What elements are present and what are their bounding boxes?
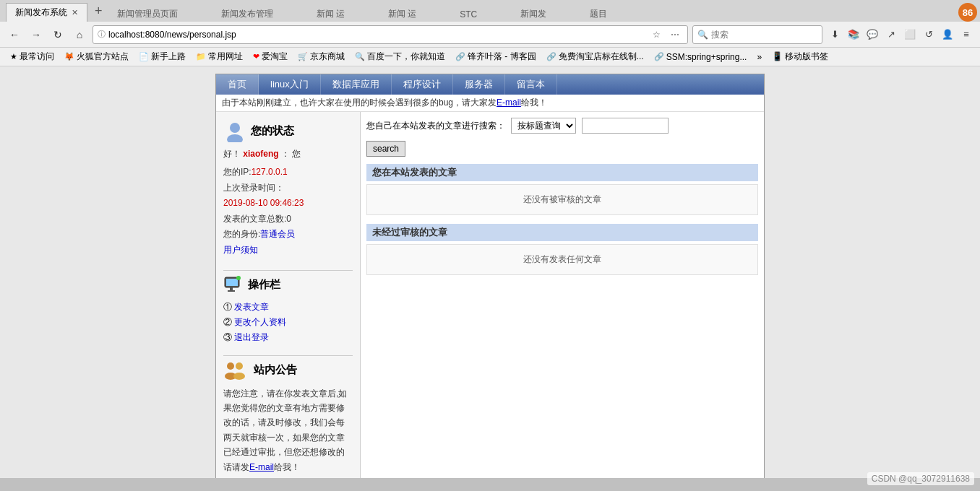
article-count: 发表的文章总数:0 bbox=[223, 212, 353, 227]
svg-point-6 bbox=[236, 276, 241, 280]
nav-bar: 首页 linux入门 数据库应用 程序设计 服务器 留言本 bbox=[216, 74, 764, 95]
articles-section-pending: 未经过审核的文章 还没有发表任何文章 bbox=[366, 224, 758, 275]
svg-rect-3 bbox=[226, 279, 238, 286]
search-icon: 🔍 bbox=[697, 30, 708, 40]
library-button[interactable]: 📚 bbox=[846, 27, 861, 43]
edit-profile-link[interactable]: 更改个人资料 bbox=[234, 317, 286, 327]
svg-point-10 bbox=[233, 373, 245, 380]
user-info: 您的IP:127.0.0.1 上次登录时间： 2019-08-10 09:46:… bbox=[223, 165, 353, 258]
download-button[interactable]: ⬇ bbox=[827, 27, 843, 43]
announce-icon bbox=[223, 360, 249, 381]
frequent-icon: ★ bbox=[10, 52, 17, 61]
svg-point-1 bbox=[227, 134, 243, 142]
close-tab-button[interactable]: ✕ bbox=[72, 8, 78, 17]
bookmark-list-button[interactable]: ⋯ bbox=[667, 27, 683, 43]
ops-section: 操作栏 ① 发表文章 ② 更改个人资料 ③ 退出登录 bbox=[223, 275, 353, 344]
nav-programming[interactable]: 程序设计 bbox=[392, 74, 453, 95]
search-dropdown: 按标题查询 bbox=[511, 118, 576, 134]
nav-home[interactable]: 首页 bbox=[216, 74, 259, 95]
blog-icon: 🔗 bbox=[455, 52, 465, 61]
bookmark-mobile[interactable]: 📱 移动版书签 bbox=[768, 49, 833, 64]
home-button[interactable]: ⌂ bbox=[71, 26, 88, 43]
bookmark-frequent[interactable]: ★ 最常访问 bbox=[6, 49, 59, 64]
back-button[interactable]: ← bbox=[6, 26, 23, 43]
menu-button[interactable]: ≡ bbox=[958, 27, 974, 43]
bookmark-blog[interactable]: 🔗 锋齐叶落 - 博客园 bbox=[451, 49, 541, 64]
account-button[interactable]: 👤 bbox=[940, 27, 955, 43]
bookmark-common[interactable]: 📁 常用网址 bbox=[192, 49, 247, 64]
left-sidebar: 您的状态 好！ xiaofeng ： 您 您的IP:127.0.0.1 上次登录… bbox=[216, 112, 361, 478]
articles-empty-reviewed: 还没有被审核的文章 bbox=[366, 184, 758, 215]
bookmark-baidu[interactable]: 🔍 百度一下，你就知道 bbox=[351, 49, 450, 64]
svg-rect-5 bbox=[228, 290, 235, 292]
bookmark-newbie[interactable]: 📄 新手上路 bbox=[134, 49, 190, 64]
website-container: 首页 linux入门 数据库应用 程序设计 服务器 留言本 由于本站刚刚建立，也… bbox=[215, 74, 765, 478]
chat-button[interactable]: 💬 bbox=[864, 27, 880, 43]
share-button[interactable]: ↗ bbox=[883, 27, 899, 43]
user-ip: 您的IP:127.0.0.1 bbox=[223, 165, 353, 181]
new-tab-button[interactable]: + bbox=[87, 1, 110, 22]
bookmark-jd[interactable]: 🛒 京东商城 bbox=[293, 49, 349, 64]
screen-button[interactable]: ⬜ bbox=[902, 27, 918, 43]
sync-button[interactable]: ↺ bbox=[921, 27, 937, 43]
bookmark-star-button[interactable]: ☆ bbox=[648, 27, 664, 43]
reload-button[interactable]: ↻ bbox=[49, 26, 66, 43]
svg-point-9 bbox=[236, 362, 243, 370]
avatar-button[interactable]: 86 bbox=[958, 3, 977, 22]
active-tab[interactable]: 新闻发布系统 ✕ bbox=[6, 3, 87, 22]
ops-title: 操作栏 bbox=[223, 275, 353, 295]
divider2 bbox=[223, 355, 353, 356]
marquee-area: 由于本站刚刚建立，也许大家在使用的时候会遇到很多的bug，请大家发E-mail给… bbox=[216, 95, 764, 112]
search-section: 您自己在本站发表的文章进行搜索： 按标题查询 bbox=[366, 118, 758, 134]
divider1 bbox=[223, 270, 353, 271]
marquee-text: 由于本站刚刚建立，也许大家在使用的时候会遇到很多的bug，请大家发E-mail给… bbox=[222, 97, 547, 109]
nav-server[interactable]: 服务器 bbox=[453, 74, 505, 95]
search-select[interactable]: 按标题查询 bbox=[511, 118, 576, 134]
user-greeting: 好！ xiaofeng ： 您 bbox=[223, 148, 353, 160]
folder-icon: 📁 bbox=[196, 52, 206, 61]
announce-title: 站内公告 bbox=[223, 360, 353, 381]
page-area: 首页 linux入门 数据库应用 程序设计 服务器 留言本 由于本站刚刚建立，也… bbox=[0, 66, 980, 478]
logo-icon: 🔗 bbox=[546, 52, 556, 61]
bookmark-taobao[interactable]: ❤ 爱淘宝 bbox=[249, 49, 292, 64]
main-layout: 您的状态 好！ xiaofeng ： 您 您的IP:127.0.0.1 上次登录… bbox=[216, 112, 764, 478]
browser-search-bar[interactable]: 🔍 bbox=[692, 25, 822, 44]
publish-article-link[interactable]: 发表文章 bbox=[234, 302, 269, 312]
jd-icon: 🛒 bbox=[298, 52, 308, 61]
forward-button[interactable]: → bbox=[27, 26, 45, 43]
svg-rect-4 bbox=[230, 287, 233, 290]
nav-linux[interactable]: linux入门 bbox=[259, 74, 321, 95]
browser-window: 新闻发布系统 ✕ + 新闻管理员页面 新闻发布管理 新闻 运 新闻 运 STC … bbox=[0, 0, 980, 66]
nav-database[interactable]: 数据库应用 bbox=[321, 74, 392, 95]
browser-search-input[interactable] bbox=[711, 30, 812, 40]
svg-point-0 bbox=[230, 123, 240, 133]
ops-item-publish: ① 发表文章 bbox=[223, 301, 353, 313]
url-input[interactable] bbox=[108, 30, 645, 40]
logout-link[interactable]: 退出登录 bbox=[234, 332, 269, 342]
bookmark-ssm[interactable]: 🔗 SSM:spring+spring... bbox=[650, 51, 752, 64]
user-role: 您的身份:普通会员 bbox=[223, 227, 353, 243]
address-bar[interactable]: ⓘ ☆ ⋯ bbox=[93, 25, 688, 44]
user-notice-link[interactable]: 用户须知 bbox=[223, 245, 258, 255]
role-link[interactable]: 普通会员 bbox=[260, 229, 295, 239]
watermark: CSDN @qq_3072911638 bbox=[867, 472, 974, 478]
tab-title: 新闻发布系统 bbox=[15, 6, 67, 19]
bookmark-logo[interactable]: 🔗 免费淘宝店标在线制... bbox=[542, 49, 648, 64]
ops-list: ① 发表文章 ② 更改个人资料 ③ 退出登录 bbox=[223, 301, 353, 344]
username: xiaofeng bbox=[243, 149, 278, 159]
search-button[interactable]: search bbox=[366, 141, 405, 157]
login-time: 2019-08-10 09:46:23 bbox=[223, 196, 353, 212]
login-time-label: 上次登录时间： bbox=[223, 181, 353, 196]
status-section: 您的状态 好！ xiaofeng ： 您 您的IP:127.0.0.1 上次登录… bbox=[223, 119, 353, 258]
search-label: 您自己在本站发表的文章进行搜索： bbox=[366, 120, 505, 132]
nav-guestbook[interactable]: 留言本 bbox=[505, 74, 557, 95]
articles-header-reviewed: 您在本站发表的文章 bbox=[366, 164, 758, 181]
articles-section-reviewed: 您在本站发表的文章 还没有被审核的文章 bbox=[366, 164, 758, 215]
bookmark-more[interactable]: » bbox=[752, 51, 766, 64]
articles-empty-pending: 还没有发表任何文章 bbox=[366, 244, 758, 275]
newbie-icon: 📄 bbox=[139, 52, 149, 61]
address-actions: ☆ ⋯ bbox=[648, 27, 683, 43]
bookmark-firefox[interactable]: 🦊 火狐官方站点 bbox=[60, 49, 133, 64]
user-avatar-icon bbox=[223, 119, 246, 142]
search-text-input[interactable] bbox=[582, 118, 669, 134]
